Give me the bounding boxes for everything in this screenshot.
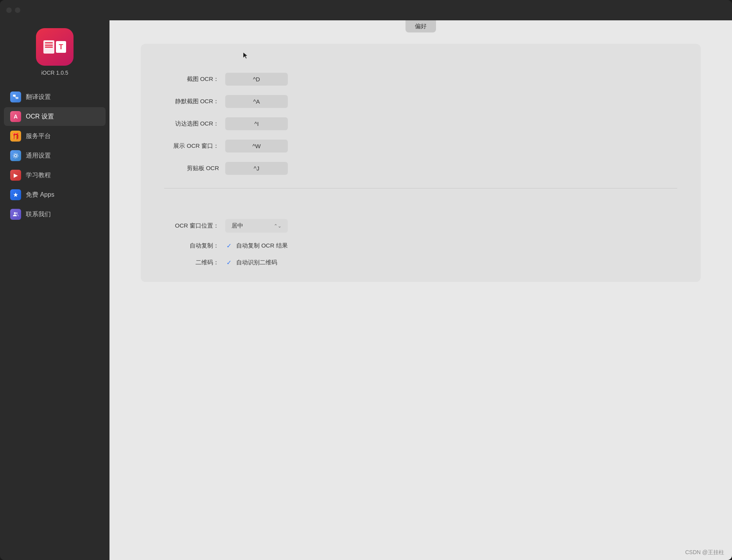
- sidebar-label-apps: 免费 Apps: [26, 191, 54, 199]
- qrcode-checkbox-row: ✓ 自动识别二维码: [225, 259, 277, 266]
- shortcut-key-3[interactable]: ^W: [225, 140, 288, 153]
- section-divider: [164, 188, 677, 188]
- shortcut-key-4[interactable]: ^J: [225, 162, 288, 175]
- sidebar-item-tutorial[interactable]: ▶ 学习教程: [4, 166, 106, 185]
- spacer: [164, 202, 677, 210]
- shortcut-label-3: 展示 OCR 窗口：: [164, 142, 219, 150]
- svg-point-3: [14, 154, 17, 157]
- sidebar: T iOCR 1.0.5 翻译设置: [0, 20, 109, 560]
- sidebar-item-ocr[interactable]: A OCR 设置: [4, 107, 106, 126]
- general-icon: [10, 150, 21, 161]
- chevron-down-icon: ⌃⌄: [274, 223, 282, 229]
- shortcut-label-4: 剪贴板 OCR: [164, 165, 219, 172]
- sidebar-label-service: 服务平台: [26, 132, 51, 140]
- translate-icon: [10, 92, 21, 102]
- watermark: CSDN @王挂柱: [677, 545, 732, 560]
- apps-icon: [10, 189, 21, 200]
- shortcut-label-0: 截图 OCR：: [164, 75, 219, 83]
- sidebar-label-tutorial: 学习教程: [26, 171, 51, 179]
- qrcode-row: 二维码： ✓ 自动识别二维码: [164, 259, 677, 266]
- shortcut-key-2[interactable]: ^I: [225, 117, 288, 130]
- sidebar-nav: 翻译设置 A OCR 设置 🎁 服务平台: [0, 88, 109, 224]
- cursor-indicator: [242, 52, 249, 61]
- tutorial-icon: ▶: [10, 170, 21, 181]
- sidebar-label-ocr: OCR 设置: [26, 113, 54, 121]
- close-button[interactable]: [6, 7, 12, 13]
- app-window: T iOCR 1.0.5 翻译设置: [0, 0, 732, 560]
- shortcut-key-0[interactable]: ^D: [225, 73, 288, 86]
- sidebar-label-general: 通用设置: [26, 152, 51, 160]
- app-icon-t: T: [56, 41, 66, 53]
- shortcuts-section: 截图 OCR： ^D 静默截图 OCR： ^A 访达选图 OCR： ^I: [141, 44, 701, 282]
- service-icon: 🎁: [10, 131, 21, 142]
- window-position-row: OCR 窗口位置： 居中 ⌃⌄: [164, 219, 677, 233]
- app-name: iOCR 1.0.5: [41, 70, 68, 76]
- shortcut-row-4: 剪贴板 OCR ^J: [164, 162, 677, 175]
- sidebar-label-contact: 联系我们: [26, 210, 51, 219]
- shortcut-label-1: 静默截图 OCR：: [164, 98, 219, 105]
- app-icon-doc: [43, 40, 54, 54]
- sidebar-item-translate[interactable]: 翻译设置: [4, 88, 106, 106]
- auto-copy-row: 自动复制： ✓ 自动复制 OCR 结果: [164, 242, 677, 249]
- auto-copy-checkmark-icon[interactable]: ✓: [225, 242, 232, 249]
- sidebar-item-contact[interactable]: 联系我们: [4, 205, 106, 224]
- minimize-button[interactable]: [15, 7, 20, 13]
- window-position-label: OCR 窗口位置：: [164, 222, 219, 230]
- sidebar-label-translate: 翻译设置: [26, 93, 51, 101]
- traffic-lights: [6, 7, 20, 13]
- qrcode-checkmark-icon[interactable]: ✓: [225, 259, 232, 266]
- auto-copy-label: 自动复制：: [164, 242, 219, 249]
- main-panel: 偏好 截图 OCR：: [109, 20, 732, 560]
- app-icon: T: [36, 28, 74, 66]
- app-icon-container: T iOCR 1.0.5: [36, 28, 74, 76]
- window-position-dropdown[interactable]: 居中 ⌃⌄: [225, 219, 288, 233]
- qrcode-label: 二维码：: [164, 259, 219, 266]
- svg-point-6: [16, 212, 18, 214]
- auto-copy-checkbox-row: ✓ 自动复制 OCR 结果: [225, 242, 288, 249]
- contact-icon: [10, 209, 21, 220]
- auto-copy-text: 自动复制 OCR 结果: [236, 242, 288, 249]
- ocr-icon: A: [10, 111, 21, 122]
- content-area: 截图 OCR： ^D 静默截图 OCR： ^A 访达选图 OCR： ^I: [109, 20, 732, 560]
- shortcut-row-3: 展示 OCR 窗口： ^W: [164, 140, 677, 153]
- main-content: T iOCR 1.0.5 翻译设置: [0, 20, 732, 560]
- titlebar: [0, 0, 732, 20]
- svg-point-4: [13, 153, 18, 158]
- qrcode-text: 自动识别二维码: [236, 259, 277, 266]
- shortcut-row-1: 静默截图 OCR： ^A: [164, 95, 677, 108]
- svg-line-2: [14, 97, 16, 97]
- window-position-value: 居中: [231, 222, 243, 230]
- svg-point-5: [14, 212, 16, 214]
- watermark-text: CSDN @王挂柱: [685, 549, 724, 555]
- app-icon-inner: T: [43, 40, 66, 54]
- sidebar-item-general[interactable]: 通用设置: [4, 146, 106, 165]
- svg-rect-0: [13, 95, 16, 97]
- preference-title: 偏好: [405, 20, 436, 32]
- shortcut-row-0: 截图 OCR： ^D: [164, 73, 677, 86]
- sidebar-item-service[interactable]: 🎁 服务平台: [4, 127, 106, 145]
- shortcut-label-2: 访达选图 OCR：: [164, 120, 219, 127]
- shortcut-row-2: 访达选图 OCR： ^I: [164, 117, 677, 130]
- sidebar-item-apps[interactable]: 免费 Apps: [4, 185, 106, 204]
- shortcut-key-1[interactable]: ^A: [225, 95, 288, 108]
